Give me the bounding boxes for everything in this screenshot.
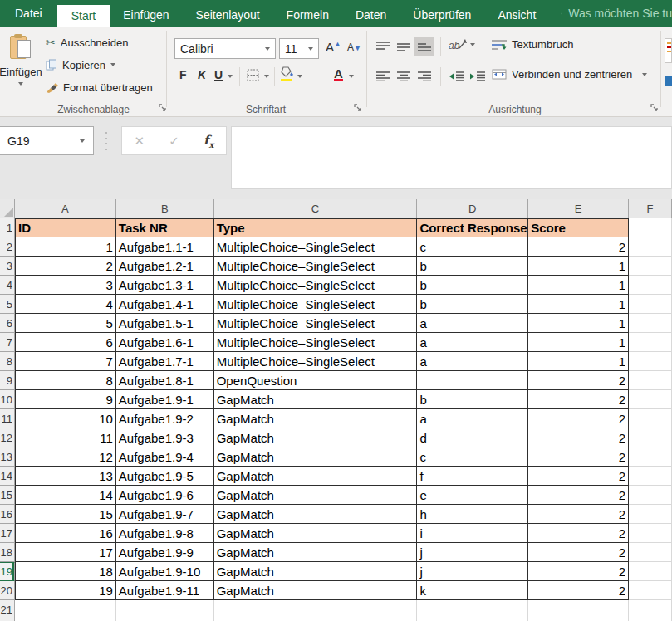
cell-D5[interactable]: b — [417, 295, 528, 314]
cell-F15[interactable] — [629, 486, 672, 505]
cell-B18[interactable]: Aufgabe1.9-9 — [116, 543, 214, 562]
cell-D11[interactable]: a — [417, 409, 528, 428]
cell-B17[interactable]: Aufgabe1.9-8 — [116, 524, 214, 543]
tab-überprüfen[interactable]: Überprüfen — [400, 3, 484, 27]
cell-F6[interactable] — [629, 314, 672, 333]
cell-C14[interactable]: GapMatch — [214, 467, 418, 486]
increase-font-size-button[interactable]: A▲ — [326, 40, 341, 54]
cell-F11[interactable] — [629, 409, 672, 428]
font-size-select[interactable]: 11 — [279, 38, 319, 59]
cell-F21[interactable] — [629, 600, 672, 619]
cell-D21[interactable] — [417, 600, 528, 619]
cell-C15[interactable]: GapMatch — [214, 486, 418, 505]
cell-C19[interactable]: GapMatch — [214, 562, 418, 581]
number-group-partial-icon[interactable] — [665, 76, 672, 86]
align-left-button[interactable] — [373, 66, 393, 86]
column-header-E[interactable]: E — [528, 199, 629, 218]
orientation-button[interactable]: ab — [449, 37, 475, 52]
cell-A20[interactable]: 19 — [15, 581, 116, 600]
cell-C17[interactable]: GapMatch — [214, 524, 418, 543]
alignment-dialog-launcher-icon[interactable] — [650, 104, 660, 113]
cell-D17[interactable]: i — [417, 524, 528, 543]
cell-D13[interactable]: c — [417, 447, 528, 467]
cell-F12[interactable] — [629, 428, 672, 447]
underline-dropdown-caret[interactable] — [228, 75, 233, 78]
cell-A9[interactable]: 8 — [15, 371, 116, 390]
cell-A1[interactable]: ID — [15, 218, 116, 237]
row-header-4[interactable]: 4 — [0, 276, 15, 295]
cell-C4[interactable]: MultipleChoice–SingleSelect — [214, 276, 418, 295]
cell-F19[interactable] — [629, 562, 672, 581]
cell-C11[interactable]: GapMatch — [214, 409, 418, 428]
cell-C12[interactable]: GapMatch — [214, 428, 418, 447]
cell-E20[interactable]: 2 — [528, 581, 629, 600]
cell-D12[interactable]: d — [417, 428, 528, 447]
cell-A8[interactable]: 7 — [15, 352, 116, 371]
row-header-17[interactable]: 17 — [0, 524, 15, 543]
row-header-12[interactable]: 12 — [0, 428, 15, 447]
cell-C3[interactable]: MultipleChoice–SingleSelect — [214, 257, 418, 276]
number-group-partial-button[interactable] — [665, 38, 672, 63]
cell-A4[interactable]: 3 — [15, 276, 116, 295]
cell-D19[interactable]: j — [417, 562, 528, 581]
cell-F20[interactable] — [629, 581, 672, 600]
wrap-text-button[interactable]: Textumbruch — [492, 38, 573, 51]
column-header-D[interactable]: D — [417, 199, 528, 218]
cell-D10[interactable]: b — [417, 390, 528, 409]
cell-C18[interactable]: GapMatch — [214, 543, 418, 562]
cell-B8[interactable]: Aufgabe1.7-1 — [116, 352, 214, 371]
cell-B11[interactable]: Aufgabe1.9-2 — [116, 409, 214, 428]
cell-C20[interactable]: GapMatch — [214, 581, 418, 600]
cell-A10[interactable]: 9 — [15, 390, 116, 409]
cell-B19[interactable]: Aufgabe1.9-10 — [116, 562, 214, 581]
cell-B1[interactable]: Task NR — [116, 218, 214, 237]
row-header-2[interactable]: 2 — [0, 237, 15, 257]
row-header-7[interactable]: 7 — [0, 333, 15, 352]
increase-indent-button[interactable] — [468, 66, 488, 86]
cell-B10[interactable]: Aufgabe1.9-1 — [116, 390, 214, 409]
cell-C8[interactable]: MultipleChoice–SingleSelect — [214, 352, 418, 371]
column-header-A[interactable]: A — [15, 199, 116, 218]
tab-daten[interactable]: Daten — [342, 3, 400, 27]
cell-E4[interactable]: 1 — [528, 276, 629, 295]
cell-C9[interactable]: OpenQuestion — [214, 371, 418, 390]
cell-C10[interactable]: GapMatch — [214, 390, 418, 409]
cell-A7[interactable]: 6 — [15, 333, 116, 352]
cell-E1[interactable]: Score — [528, 218, 629, 237]
tab-seitenlayout[interactable]: Seitenlayout — [183, 3, 273, 27]
cell-D20[interactable]: k — [417, 581, 528, 600]
row-header-13[interactable]: 13 — [0, 447, 15, 467]
cell-E10[interactable]: 2 — [528, 390, 629, 409]
tab-start[interactable]: Start — [57, 5, 110, 27]
cell-A12[interactable]: 11 — [15, 428, 116, 447]
cell-B4[interactable]: Aufgabe1.3-1 — [116, 276, 214, 295]
row-header-6[interactable]: 6 — [0, 314, 15, 333]
tell-me-box[interactable]: Was möchten Sie tu — [561, 0, 672, 27]
cell-A18[interactable]: 17 — [15, 543, 116, 562]
cell-D16[interactable]: h — [417, 505, 528, 524]
cell-A13[interactable]: 12 — [15, 447, 116, 467]
bold-button[interactable]: F — [179, 68, 187, 81]
align-right-button[interactable] — [414, 66, 434, 86]
cell-D7[interactable]: a — [417, 333, 528, 352]
cell-F16[interactable] — [629, 505, 672, 524]
copy-dropdown-caret[interactable] — [110, 63, 115, 66]
copy-button[interactable]: Kopieren — [46, 56, 115, 73]
cell-E7[interactable]: 1 — [528, 333, 629, 352]
cell-B9[interactable]: Aufgabe1.8-1 — [116, 371, 214, 390]
cell-A6[interactable]: 5 — [15, 314, 116, 333]
row-header-5[interactable]: 5 — [0, 295, 15, 314]
cell-F18[interactable] — [629, 543, 672, 562]
cell-B16[interactable]: Aufgabe1.9-7 — [116, 505, 214, 524]
decrease-indent-button[interactable] — [447, 66, 467, 86]
cell-A2[interactable]: 1 — [15, 237, 116, 257]
cell-C2[interactable]: MultipleChoice–SingleSelect — [214, 237, 418, 257]
cell-F5[interactable] — [629, 295, 672, 314]
cell-B14[interactable]: Aufgabe1.9-5 — [116, 467, 214, 486]
row-header-3[interactable]: 3 — [0, 257, 15, 276]
cut-button[interactable]: ✂ Ausschneiden — [46, 34, 128, 51]
cell-E14[interactable]: 2 — [528, 467, 629, 486]
cell-E9[interactable]: 2 — [528, 371, 629, 390]
insert-function-button[interactable]: fx — [204, 133, 213, 149]
cell-F7[interactable] — [629, 333, 672, 352]
